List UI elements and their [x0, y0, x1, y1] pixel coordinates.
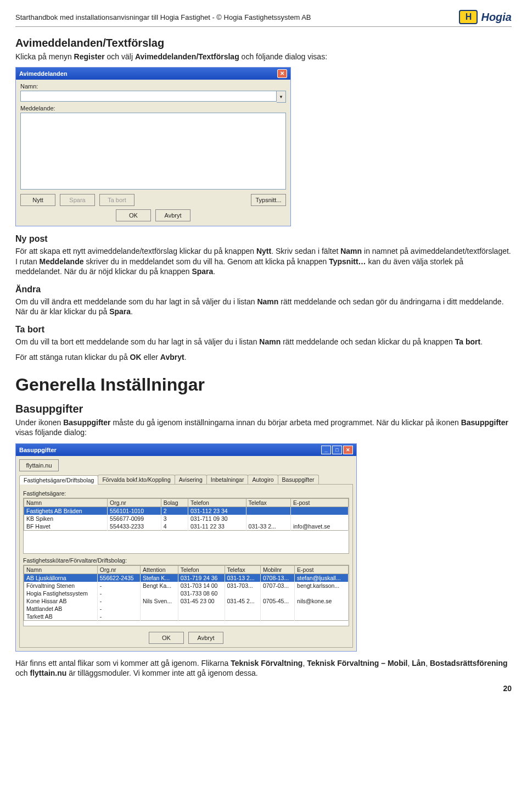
col-header[interactable]: Telefax — [246, 498, 290, 507]
col-header[interactable]: Mobilnr — [260, 565, 294, 574]
col-header[interactable]: Attention — [141, 565, 178, 574]
table-row[interactable]: Kone Hissar AB-Nils Sven...031-45 23 000… — [24, 597, 349, 605]
col-header[interactable]: E-post — [291, 498, 349, 507]
tab-forvalda[interactable]: Förvalda bokf.kto/Koppling — [98, 475, 175, 484]
col-header[interactable]: E-post — [295, 565, 349, 574]
col-header[interactable]: Org.nr — [97, 565, 140, 574]
heading-andra: Ändra — [15, 285, 512, 294]
col-header[interactable]: Telefon — [188, 498, 246, 507]
heading-basuppgifter: Basuppgifter — [15, 403, 512, 415]
titlebar2: Basuppgifter _ □ ✕ — [16, 444, 356, 456]
label-namn: Namn: — [20, 83, 286, 90]
page-number: 20 — [15, 684, 512, 693]
tabort-paragraph: Om du vill ta bort ett meddelande som du… — [15, 337, 512, 347]
col-header[interactable]: Telefax — [225, 565, 260, 574]
close-icon[interactable]: ✕ — [277, 69, 287, 78]
close2-icon[interactable]: ✕ — [343, 446, 353, 454]
col-header[interactable]: Namn — [24, 565, 98, 574]
tab-fastighetsagare[interactable]: Fastighetsägare/Driftsbolag — [19, 475, 98, 485]
tab-autogiro[interactable]: Autogiro — [248, 475, 278, 484]
col-header[interactable]: Telefon — [178, 565, 225, 574]
intro-paragraph: Klicka på menyn Register och välj Avimed… — [15, 52, 512, 62]
dropdown-icon[interactable]: ▼ — [277, 91, 286, 103]
namn-input[interactable] — [20, 91, 277, 102]
group-label-2: Fastighetsskötare/Förvaltare/Driftsbolag… — [23, 557, 349, 564]
col-header[interactable]: Namn — [24, 498, 108, 507]
avbryt2-button[interactable]: Avbryt — [188, 632, 223, 644]
table-fastighetsagare: NamnOrg.nrBolagTelefonTelefaxE-post Fast… — [24, 498, 349, 531]
tab-strip: Fastighetsägare/Driftsbolag Förvalda bok… — [19, 475, 353, 485]
tab-avisering[interactable]: Avisering — [175, 475, 207, 484]
close-paragraph: För att stänga rutan klickar du på OK el… — [15, 352, 512, 362]
logo-badge-icon: H — [459, 10, 478, 24]
ok-button[interactable]: OK — [116, 209, 151, 221]
titlebar: Avimeddelanden ✕ — [16, 68, 290, 80]
avbryt-button[interactable]: Avbryt — [155, 209, 190, 221]
table-row[interactable]: Fastighets AB Bräden556101-10102031-112 … — [24, 507, 349, 515]
group-label-1: Fastighetsägare: — [23, 490, 349, 497]
closing-paragraph: Här finns ett antal flikar som vi kommer… — [15, 658, 512, 678]
heading-generella: Generella Inställningar — [15, 375, 512, 395]
andra-paragraph: Om du vill ändra ett meddelande som du h… — [15, 297, 512, 317]
table-row[interactable]: Tarkett AB- — [24, 613, 349, 621]
table2-wrap[interactable]: NamnOrg.nrAttentionTelefonTelefaxMobilnr… — [23, 565, 349, 626]
dialog-avimeddelanden: Avimeddelanden ✕ Namn: ▼ Meddelande: Nyt… — [15, 67, 291, 226]
header-title: Starthandbok med installationsanvisninga… — [15, 13, 311, 21]
table-row[interactable]: KB Spiken556677-00993031-711 09 30 — [24, 515, 349, 522]
spara-button[interactable]: Spara — [60, 194, 95, 206]
table-row[interactable]: AB Ljuskällorna556622-2435Stefan K...031… — [24, 574, 349, 582]
tab-inbetalningar[interactable]: Inbetalningar — [206, 475, 249, 484]
table-row[interactable]: Mattlandet AB- — [24, 605, 349, 613]
maximize-icon[interactable]: □ — [332, 446, 342, 454]
col-header[interactable]: Bolag — [161, 498, 188, 507]
logo: H Hogia — [459, 10, 512, 24]
table1-wrap[interactable]: NamnOrg.nrBolagTelefonTelefaxE-post Fast… — [23, 498, 349, 554]
dialog-title: Avimeddelanden — [19, 70, 68, 77]
nypost-paragraph: För att skapa ett nytt avimeddelande/tex… — [15, 246, 512, 276]
dialog2-title: Basuppgifter — [19, 447, 57, 453]
page-header: Starthandbok med installationsanvisninga… — [15, 10, 512, 27]
col-header[interactable]: Org.nr — [108, 498, 161, 507]
logo-text: Hogia — [481, 11, 512, 24]
nytt-button[interactable]: Nytt — [20, 194, 55, 206]
flyttain-button[interactable]: flyttain.nu — [19, 459, 59, 471]
table-row[interactable]: Förvaltning Stenen-Bengt Ka...031-703 14… — [24, 582, 349, 589]
table-row[interactable]: BF Havet554433-22334031-11 22 33031-33 2… — [24, 522, 349, 531]
table-row[interactable]: Hogia Fastighetssystem-031-733 08 60 — [24, 589, 349, 597]
table-skotarna: NamnOrg.nrAttentionTelefonTelefaxMobilnr… — [24, 565, 349, 621]
tabort-button[interactable]: Ta bort — [99, 194, 134, 206]
heading-nypost: Ny post — [15, 234, 512, 244]
ok2-button[interactable]: OK — [149, 632, 184, 644]
section-heading-avimeddelanden: Avimeddelanden/Textförslag — [15, 37, 512, 49]
heading-tabort: Ta bort — [15, 325, 512, 335]
label-meddelande: Meddelande: — [20, 105, 286, 112]
typsnitt-button[interactable]: Typsnitt... — [251, 194, 286, 206]
tab-basuppgifter[interactable]: Basuppgifter — [278, 475, 319, 484]
meddelande-textarea[interactable] — [20, 113, 286, 190]
dialog-basuppgifter: Basuppgifter _ □ ✕ flyttain.nu Fastighet… — [15, 443, 357, 652]
basuppgifter-paragraph: Under ikonen Basuppgifter måste du gå ig… — [15, 418, 512, 438]
minimize-icon[interactable]: _ — [321, 446, 331, 454]
